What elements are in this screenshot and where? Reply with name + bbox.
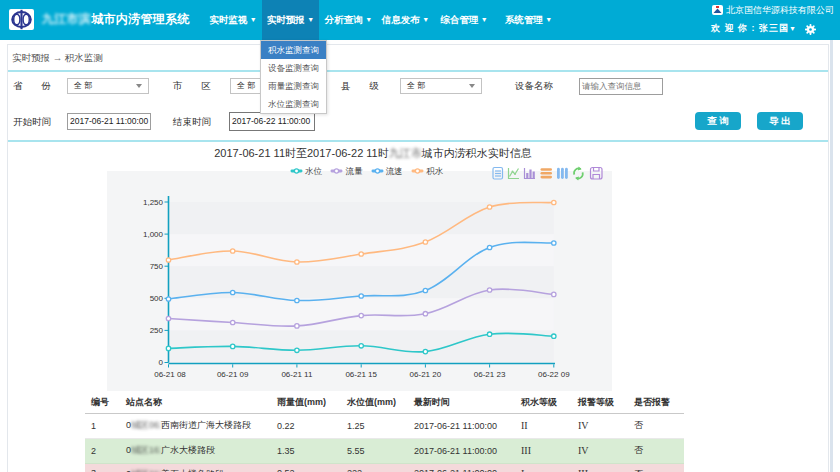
- svg-text:06-22 09: 06-22 09: [538, 370, 570, 379]
- svg-text:0: 0: [159, 358, 164, 367]
- svg-text:1,000: 1,000: [143, 230, 164, 239]
- svg-text:06-21 09: 06-21 09: [217, 370, 249, 379]
- svg-text:06-21 15: 06-21 15: [345, 370, 377, 379]
- svg-text:06-21 20: 06-21 20: [410, 370, 442, 379]
- svg-text:06-21 11: 06-21 11: [281, 370, 313, 379]
- svg-text:750: 750: [150, 262, 164, 271]
- svg-text:06-21 23: 06-21 23: [474, 370, 506, 379]
- svg-text:06-21 08: 06-21 08: [154, 370, 186, 379]
- svg-text:1,250: 1,250: [143, 198, 164, 207]
- svg-text:500: 500: [150, 294, 164, 303]
- svg-text:250: 250: [150, 326, 164, 335]
